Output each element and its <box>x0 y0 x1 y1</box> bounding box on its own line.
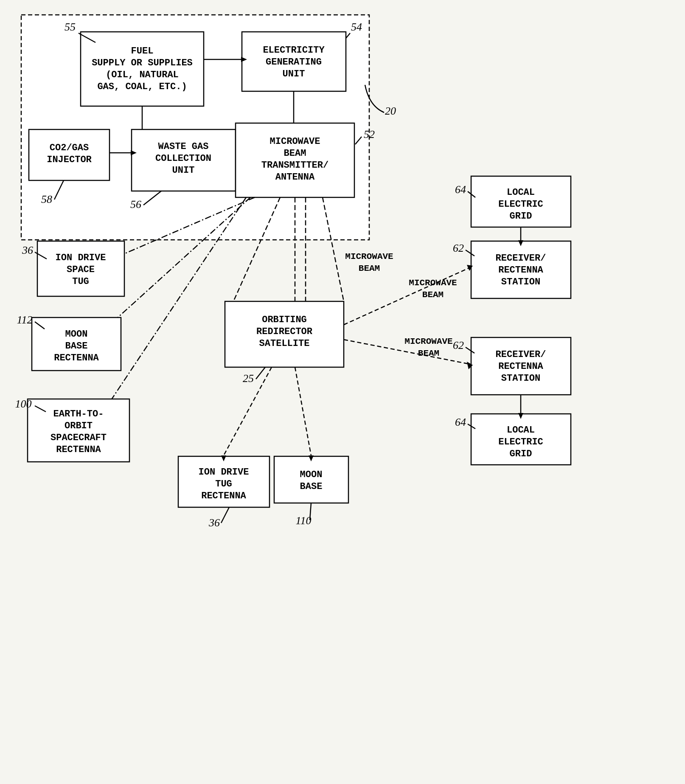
diagram-container: 20 FUEL SUPPLY OR SUPPLIES (OIL, NATURAL… <box>0 0 685 784</box>
moon-base-label-1: MOON <box>300 469 323 480</box>
svg-line-21 <box>344 267 470 325</box>
orbit-sat-label-3: SATELLITE <box>259 338 310 349</box>
fuel-supply-label-2: SUPPLY OR SUPPLIES <box>92 58 193 68</box>
ion-tug-label-1: ION DRIVE <box>56 253 106 263</box>
recv-1-label-1: RECEIVER/ <box>496 253 546 264</box>
svg-line-15 <box>295 367 311 455</box>
fuel-supply-label-1: FUEL <box>131 46 154 56</box>
orbit-sat-label-2: REDIRECTOR <box>256 326 313 337</box>
recv-2-label-3: STATION <box>501 373 540 384</box>
moon-rect-label-1: MOON <box>65 329 88 340</box>
ref-36-top: 36 <box>22 244 33 256</box>
moon-base-label-2: BASE <box>300 481 323 492</box>
earth-orbit-label-3: SPACECRAFT <box>51 433 107 443</box>
orbit-sat-label-1: ORBITING <box>262 315 307 325</box>
ref-54: 54 <box>351 21 362 33</box>
moon-rect-label-2: BASE <box>65 341 88 351</box>
moon-rect-label-3: RECTENNA <box>54 353 99 363</box>
electricity-label-3: UNIT <box>283 69 305 79</box>
electricity-label-2: GENERATING <box>266 57 322 67</box>
ref-52: 52 <box>364 128 375 141</box>
earth-orbit-label-2: ORBIT <box>65 421 93 431</box>
ref-62-top: 62 <box>453 242 464 254</box>
ion-tug-label-3: TUG <box>72 276 89 287</box>
local-grid-2-label-2: ELECTRIC <box>498 437 543 447</box>
recv-1-label-3: STATION <box>501 277 540 287</box>
waste-gas-label-3: UNIT <box>172 165 195 176</box>
ion-rect-label-3: RECTENNA <box>201 491 246 501</box>
co2-label-2: INJECTOR <box>47 155 92 165</box>
mw-beam-recv2-label-2: BEAM <box>418 348 439 358</box>
ref-25: 25 <box>243 372 254 385</box>
mw-tx-label-1: MICROWAVE <box>270 136 320 147</box>
mw-tx-label-4: ANTENNA <box>275 172 315 183</box>
mw-beam-label-1: MICROWAVE <box>345 252 393 261</box>
ref-64-bottom: 64 <box>455 416 466 428</box>
mw-tx-label-3: TRANSMITTER/ <box>261 160 328 171</box>
waste-gas-label-2: COLLECTION <box>155 153 211 164</box>
local-grid-1-label-1: LOCAL <box>507 187 535 198</box>
ion-tug-label-2: SPACE <box>67 264 95 275</box>
ion-rect-label-1: ION DRIVE <box>199 467 249 478</box>
earth-orbit-label-4: RECTENNA <box>56 444 101 455</box>
mw-beam-label-2: BEAM <box>359 264 380 273</box>
fuel-supply-label-4: GAS, COAL, ETC.) <box>97 81 187 92</box>
mw-beam-recv1-label-1: MICROWAVE <box>409 278 457 288</box>
recv-1-label-2: RECTENNA <box>498 265 543 275</box>
fuel-supply-label-3: (OIL, NATURAL <box>106 70 179 80</box>
ref-20: 20 <box>385 105 396 117</box>
waste-gas-label-1: WASTE GAS <box>158 141 209 152</box>
mw-beam-recv1-label-2: BEAM <box>422 290 444 300</box>
ref-58: 58 <box>41 193 52 205</box>
recv-2-label-2: RECTENNA <box>498 361 543 372</box>
ref-110: 110 <box>295 514 311 527</box>
mw-beam-recv2-label-1: MICROWAVE <box>404 337 452 346</box>
recv-2-label-1: RECEIVER/ <box>496 349 546 360</box>
fuel-supply-box <box>81 32 204 106</box>
ref-112: 112 <box>17 314 32 326</box>
ref-100: 100 <box>15 398 32 410</box>
earth-orbit-label-1: EARTH-TO- <box>53 409 104 419</box>
electricity-label-1: ELECTRICITY <box>263 45 325 56</box>
ref-56: 56 <box>130 198 141 211</box>
local-grid-1-label-2: ELECTRIC <box>498 199 543 210</box>
ref-64-top: 64 <box>455 183 466 196</box>
ref-55: 55 <box>65 21 76 33</box>
local-grid-1-label-3: GRID <box>510 211 532 222</box>
local-grid-2-label-3: GRID <box>510 449 532 459</box>
mw-tx-label-2: BEAM <box>284 148 306 159</box>
local-grid-2-label-1: LOCAL <box>507 425 535 436</box>
ref-36-bottom: 36 <box>208 517 220 529</box>
co2-label-1: CO2/GAS <box>50 143 89 153</box>
ref-62-bottom: 62 <box>453 339 464 351</box>
ion-rect-label-2: TUG <box>215 479 232 489</box>
